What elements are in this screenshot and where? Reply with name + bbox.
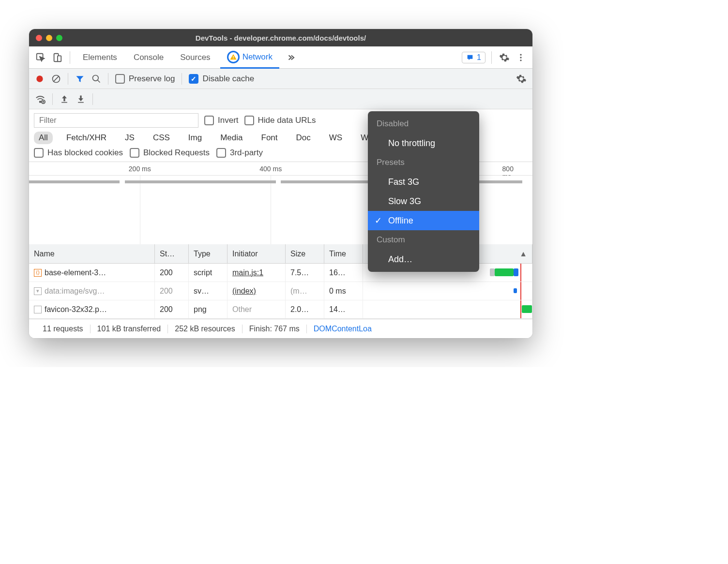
checkbox-icon: [244, 116, 254, 125]
has-blocked-cookies-checkbox[interactable]: Has blocked cookies: [34, 148, 123, 158]
col-time[interactable]: Time: [324, 244, 363, 263]
cell-size: 2.0…: [286, 300, 324, 318]
search-icon[interactable]: [91, 74, 101, 84]
network-toolbar-1: Preserve log Disable cache: [29, 69, 532, 89]
col-initiator[interactable]: Initiator: [228, 244, 286, 263]
device-toggle-icon[interactable]: [50, 51, 64, 64]
cell-time: 16…: [324, 264, 363, 282]
col-status[interactable]: St…: [155, 244, 189, 263]
wf-bar-waiting: [490, 268, 495, 276]
col-type[interactable]: Type: [189, 244, 228, 263]
cell-status: 200: [155, 264, 189, 282]
dd-fast-3g[interactable]: Fast 3G: [368, 172, 479, 192]
separator: [92, 93, 93, 105]
network-settings-icon[interactable]: [516, 74, 527, 84]
blocked-requests-label: Blocked Requests: [143, 148, 210, 158]
separator: [70, 51, 70, 64]
col-name[interactable]: Name: [29, 244, 155, 263]
inspect-icon[interactable]: [34, 51, 47, 64]
kebab-menu-icon[interactable]: [514, 51, 528, 64]
close-window-button[interactable]: [36, 35, 42, 41]
filter-type-media[interactable]: Media: [215, 132, 247, 144]
third-party-checkbox[interactable]: 3rd-party: [216, 148, 263, 158]
filter-icon[interactable]: [75, 74, 85, 84]
cell-initiator[interactable]: main.js:1: [228, 264, 286, 282]
filter-type-js[interactable]: JS: [120, 132, 139, 144]
filter-type-css[interactable]: CSS: [148, 132, 175, 144]
more-tabs-icon[interactable]: [284, 51, 298, 64]
svg-rect-4: [233, 58, 233, 59]
issues-chip[interactable]: 1: [462, 52, 485, 63]
wifi-settings-icon[interactable]: [35, 94, 46, 104]
filter-type-font[interactable]: Font: [257, 132, 283, 144]
time-tick: 200 ms: [129, 165, 151, 173]
cell-initiator[interactable]: (index): [228, 282, 286, 300]
minimize-window-button[interactable]: [46, 35, 52, 41]
svg-line-10: [53, 76, 59, 82]
tab-sources[interactable]: Sources: [173, 46, 217, 68]
image-file-icon: [34, 306, 42, 313]
tab-elements[interactable]: Elements: [76, 46, 124, 68]
svg-rect-16: [78, 102, 84, 103]
checkbox-icon: [34, 148, 44, 158]
file-name: data:image/svg…: [45, 287, 105, 296]
cell-name: ▾ data:image/svg…: [29, 282, 155, 300]
separator: [52, 93, 53, 105]
settings-icon[interactable]: [498, 51, 511, 64]
blocked-requests-checkbox[interactable]: Blocked Requests: [130, 148, 210, 158]
dd-slow-3g[interactable]: Slow 3G: [368, 192, 479, 211]
checkbox-icon: [204, 116, 214, 125]
dd-header-presets: Presets: [368, 153, 479, 172]
filter-input[interactable]: [34, 113, 198, 128]
svg-rect-2: [58, 56, 61, 61]
filter-type-fetch[interactable]: Fetch/XHR: [61, 132, 111, 144]
filter-type-img[interactable]: Img: [183, 132, 207, 144]
window-title: DevTools - developer.chrome.com/docs/dev…: [29, 34, 532, 42]
table-row[interactable]: ▾ data:image/svg… 200 sv… (index) (m… 0 …: [29, 282, 532, 300]
titlebar: DevTools - developer.chrome.com/docs/dev…: [29, 29, 532, 46]
svg-rect-15: [61, 102, 67, 103]
disable-cache-label: Disable cache: [202, 74, 254, 84]
download-icon[interactable]: [76, 94, 86, 104]
separator: [182, 73, 182, 85]
preserve-log-checkbox[interactable]: Preserve log: [115, 74, 175, 84]
invert-label: Invert: [218, 116, 239, 125]
status-finish: Finish: 767 ms: [243, 325, 307, 333]
checkbox-icon: [115, 74, 125, 84]
dd-add[interactable]: Add…: [368, 250, 479, 269]
filter-type-doc[interactable]: Doc: [291, 132, 316, 144]
zoom-window-button[interactable]: [56, 35, 62, 41]
dd-offline[interactable]: ✓ Offline: [368, 211, 479, 230]
clear-button[interactable]: [51, 74, 61, 84]
has-blocked-cookies-label: Has blocked cookies: [47, 148, 123, 158]
cell-status: 200: [155, 300, 189, 318]
cell-type: png: [189, 300, 228, 318]
cell-name: ⟨⟩ base-element-3…: [29, 264, 155, 282]
cell-name: favicon-32x32.p…: [29, 300, 155, 318]
tab-label: Console: [134, 53, 164, 62]
main-tabbar: Elements Console Sources Network 1: [29, 46, 532, 69]
col-size[interactable]: Size: [286, 244, 324, 263]
upload-icon[interactable]: [60, 94, 69, 104]
invert-checkbox[interactable]: Invert: [204, 116, 239, 125]
filter-type-all[interactable]: All: [34, 132, 53, 144]
hide-data-urls-checkbox[interactable]: Hide data URLs: [244, 116, 316, 125]
gridline: [271, 176, 271, 244]
record-button[interactable]: [35, 74, 45, 84]
tab-network[interactable]: Network: [220, 47, 279, 69]
dd-header-disabled: Disabled: [368, 114, 479, 134]
dd-label: Offline: [388, 216, 413, 226]
file-name: base-element-3…: [45, 268, 106, 277]
dd-header-custom: Custom: [368, 230, 479, 250]
disable-cache-checkbox[interactable]: Disable cache: [189, 74, 254, 84]
status-resources: 252 kB resources: [168, 325, 243, 333]
caret-file-icon: ▾: [34, 287, 42, 295]
hide-data-urls-label: Hide data URLs: [258, 116, 316, 125]
filter-type-ws[interactable]: WS: [324, 132, 347, 144]
table-row[interactable]: favicon-32x32.p… 200 png Other 2.0… 14…: [29, 300, 532, 319]
tab-console[interactable]: Console: [127, 46, 170, 68]
dd-no-throttling[interactable]: No throttling: [368, 134, 479, 153]
time-tick: 400 ms: [259, 165, 282, 173]
svg-point-7: [520, 59, 521, 61]
network-toolbar-2: [29, 89, 532, 109]
